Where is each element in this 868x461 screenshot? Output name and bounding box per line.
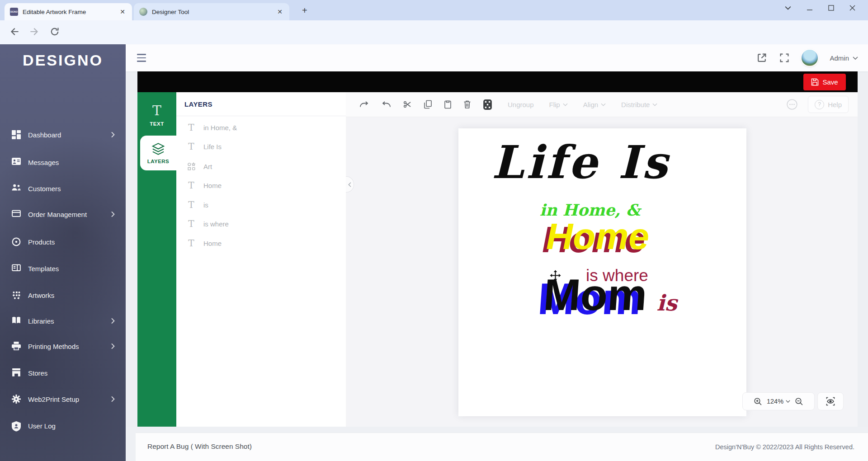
sidebar-item-printing-methods[interactable]: Printing Methods [0, 337, 126, 355]
customers-icon [12, 184, 21, 193]
canvas-text-home[interactable]: Home [546, 215, 649, 258]
minimize-icon[interactable] [807, 5, 813, 11]
layer-row[interactable]: Home [176, 234, 346, 252]
zoom-controls: 124% [742, 392, 815, 410]
layer-row[interactable]: is where [176, 215, 346, 233]
templates-icon [12, 264, 21, 273]
order-management-icon [12, 210, 21, 219]
distribute-button[interactable]: Distribute [621, 101, 657, 108]
sidebar-item-artworks[interactable]: Artworks [0, 286, 126, 304]
chevron-right-icon [111, 396, 115, 402]
canvas-region: Ungroup Flip Align Distribute Help Life … [346, 92, 858, 427]
sidebar-item-messages[interactable]: Messages [0, 153, 126, 171]
sidebar: DESIGNO Dashboard Messages Customers Ord… [0, 44, 126, 461]
tab-search-icon[interactable] [785, 6, 791, 10]
browser-urlbar: stagingdemo.designo.software/app/editabl… [0, 20, 868, 44]
sidebar-item-products[interactable]: Products [0, 233, 126, 251]
new-tab-button[interactable]: + [302, 6, 307, 15]
chevron-right-icon [111, 212, 115, 217]
layer-row[interactable]: in Home, & [176, 118, 346, 136]
browser-tab-active[interactable]: DGNO Editable Artwork Frame ✕ [5, 3, 132, 20]
open-in-new-icon[interactable] [756, 52, 767, 63]
reload-icon[interactable] [50, 27, 60, 37]
layer-row[interactable]: Art [176, 157, 346, 175]
window-controls [785, 5, 855, 11]
zoom-out-icon[interactable] [795, 397, 803, 406]
copyright-text: Design'N'Buy © 2022/2023 All Rights Rese… [715, 443, 854, 451]
text-layer-icon [186, 218, 196, 229]
sidebar-item-libraries[interactable]: Libraries [0, 312, 126, 330]
more-options-icon[interactable] [786, 99, 798, 110]
redo-icon[interactable] [359, 101, 369, 108]
products-icon [12, 237, 21, 246]
preview-eye-button[interactable] [817, 392, 844, 410]
tab-close-icon[interactable]: ✕ [276, 8, 284, 16]
tab-text[interactable]: T TEXT [137, 104, 176, 127]
text-layer-icon [186, 141, 196, 152]
help-button[interactable]: Help [808, 96, 849, 113]
sidebar-item-customers[interactable]: Customers [0, 179, 126, 198]
move-cursor-icon [549, 269, 561, 282]
panel-collapse-handle[interactable] [346, 176, 354, 193]
text-layer-icon [186, 238, 196, 249]
header-actions: Admin [756, 44, 858, 71]
layer-row[interactable]: is [176, 196, 346, 214]
app-logo: DESIGNO [0, 52, 126, 69]
gear-icon [12, 395, 21, 404]
panel-title: LAYERS [184, 100, 212, 108]
delete-trash-icon[interactable] [463, 100, 471, 109]
zoom-in-icon[interactable] [754, 397, 762, 406]
copy-icon[interactable] [424, 100, 432, 109]
sidebar-item-user-log[interactable]: User Log [0, 417, 126, 435]
zoom-level-dropdown[interactable]: 124% [767, 398, 790, 405]
floppy-save-icon [811, 78, 819, 86]
paste-icon[interactable] [444, 100, 452, 109]
question-icon [815, 100, 824, 109]
close-window-icon[interactable] [849, 5, 855, 11]
footer: Report A Bug ( With Screen Shot) Design'… [126, 427, 868, 461]
printer-icon [12, 342, 21, 351]
pattern-dice-icon[interactable] [483, 99, 492, 110]
divider [176, 116, 346, 116]
sidebar-item-order-management[interactable]: Order Management [0, 205, 126, 223]
globe-favicon-icon [139, 8, 147, 16]
report-bug-link[interactable]: Report A Bug ( With Screen Shot) [147, 442, 252, 451]
text-layer-icon [186, 122, 196, 133]
forward-icon[interactable] [30, 27, 40, 37]
sidebar-item-templates[interactable]: Templates [0, 259, 126, 278]
admin-menu[interactable]: Admin [830, 54, 858, 62]
sidebar-item-web2print-setup[interactable]: Web2Print Setup [0, 390, 126, 408]
back-icon[interactable] [9, 27, 19, 37]
fullscreen-icon[interactable] [779, 52, 790, 63]
text-tool-icon: T [137, 104, 176, 118]
tab-close-icon[interactable]: ✕ [118, 8, 127, 16]
align-button[interactable]: Align [583, 101, 606, 108]
undo-icon[interactable] [381, 101, 391, 108]
canvas-text-is[interactable]: is [656, 290, 677, 315]
screen: DGNO Editable Artwork Frame ✕ Designer T… [0, 0, 868, 461]
hamburger-menu-icon[interactable] [134, 50, 149, 66]
save-button[interactable]: Save [803, 74, 846, 90]
tab-title: Editable Artwork Frame [23, 9, 114, 15]
canvas-text-life-is[interactable]: Life Is [492, 136, 670, 189]
save-label: Save [822, 78, 838, 86]
sidebar-item-dashboard[interactable]: Dashboard [0, 126, 126, 144]
text-layer-icon [186, 199, 196, 210]
chevron-right-icon [111, 343, 115, 349]
admin-label: Admin [830, 54, 849, 62]
shield-icon [12, 421, 21, 430]
flip-button[interactable]: Flip [549, 101, 568, 108]
ungroup-button[interactable]: Ungroup [508, 101, 534, 108]
editor-side-strip: T TEXT LAYERS [137, 92, 176, 427]
tab-layers[interactable]: LAYERS [140, 136, 176, 170]
layer-row[interactable]: Home [176, 176, 346, 194]
user-avatar[interactable] [802, 50, 818, 66]
layers-stack-icon [140, 143, 176, 155]
sidebar-item-stores[interactable]: Stores [0, 364, 126, 382]
art-layer-icon [186, 162, 196, 171]
cut-icon[interactable] [403, 100, 412, 109]
browser-tab-inactive[interactable]: Designer Tool ✕ [134, 3, 289, 20]
layer-row[interactable]: Life Is [176, 137, 346, 155]
maximize-icon[interactable] [828, 5, 834, 11]
artworks-icon [12, 291, 21, 300]
